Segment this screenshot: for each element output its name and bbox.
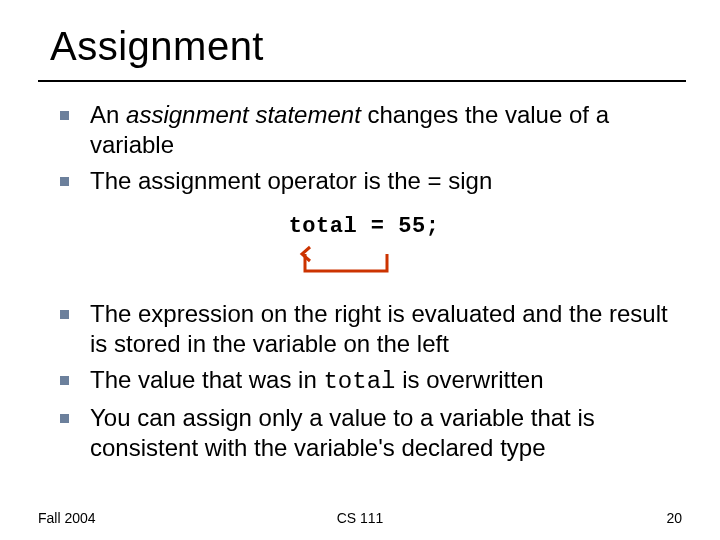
bullet-2-text: The assignment operator is the = sign: [90, 167, 492, 194]
slide-footer: Fall 2004 CS 111 20: [38, 510, 682, 526]
bullet-group-2: The expression on the right is evaluated…: [54, 299, 674, 397]
bullet-group-3: You can assign only a value to a variabl…: [54, 403, 674, 463]
bullet-4-text-post: is overwritten: [395, 366, 543, 393]
bullet-4-text-pre: The value that was in: [90, 366, 323, 393]
bullet-4-code: total: [323, 368, 395, 395]
footer-center: CS 111: [38, 510, 682, 526]
footer-left: Fall 2004: [38, 510, 96, 526]
code-example: total = 55;: [54, 214, 674, 239]
title-rule: [38, 80, 686, 82]
bullet-3: The expression on the right is evaluated…: [54, 299, 674, 359]
footer-page-number: 20: [666, 510, 682, 526]
slide: Assignment An assignment statement chang…: [0, 0, 720, 540]
bullet-5-text: You can assign only a value to a variabl…: [90, 404, 595, 461]
bullet-5: You can assign only a value to a variabl…: [54, 403, 674, 463]
bullet-1-text-pre: An: [90, 101, 126, 128]
bullet-group-1: An assignment statement changes the valu…: [54, 100, 674, 196]
bullet-3-text: The expression on the right is evaluated…: [90, 300, 668, 357]
bullet-4: The value that was in total is overwritt…: [54, 365, 674, 397]
slide-title: Assignment: [50, 24, 264, 69]
slide-content: An assignment statement changes the valu…: [54, 100, 674, 469]
assignment-arrow-diagram: [289, 245, 439, 279]
bullet-1: An assignment statement changes the valu…: [54, 100, 674, 160]
arrow-icon: [289, 245, 439, 279]
bullet-1-emphasis: assignment statement: [126, 101, 361, 128]
bullet-2: The assignment operator is the = sign: [54, 166, 674, 196]
